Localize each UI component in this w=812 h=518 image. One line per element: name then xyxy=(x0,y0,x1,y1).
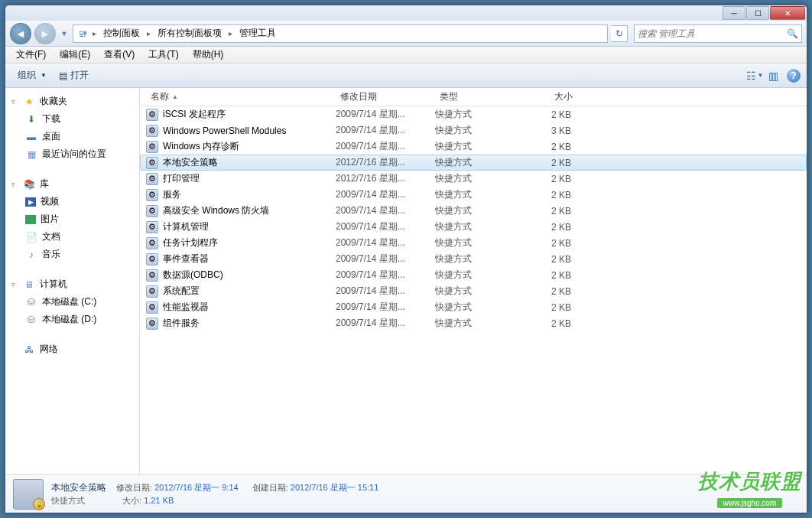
watermark-text: 技术员联盟 xyxy=(698,468,801,495)
file-row[interactable]: ⚙本地安全策略2012/7/16 星期...快捷方式2 KB xyxy=(140,155,807,171)
nav-history-dropdown[interactable]: ▼ xyxy=(59,23,70,44)
computer-icon: 🖥 xyxy=(23,279,35,291)
file-date: 2009/7/14 星期... xyxy=(336,220,435,233)
file-row[interactable]: ⚙任务计划程序2009/7/14 星期...快捷方式2 KB xyxy=(140,235,807,251)
file-size: 2 KB xyxy=(518,174,577,184)
file-date: 2009/7/14 星期... xyxy=(336,236,435,249)
content-body: ▿★收藏夹 ⬇下载 ▬桌面 ▦最近访问的位置 ▿📚库 ▶视频 图片 📄文档 ♪音… xyxy=(5,88,807,474)
forward-button[interactable]: ► xyxy=(34,23,56,44)
shortcut-icon: ⚙ xyxy=(146,125,158,137)
menu-edit[interactable]: 编辑(E) xyxy=(54,47,96,63)
menu-tools[interactable]: 工具(T) xyxy=(142,47,184,63)
address-bar[interactable]: 🖳 ▸ 控制面板 ▸ 所有控制面板项 ▸ 管理工具 xyxy=(73,24,608,43)
sidebar-network: 🖧网络 xyxy=(5,340,139,358)
file-type: 快捷方式 xyxy=(435,140,518,153)
file-row[interactable]: ⚙Windows PowerShell Modules2009/7/14 星期.… xyxy=(140,122,807,138)
lock-icon: 🔒 xyxy=(33,498,45,510)
sidebar-computer-header[interactable]: ▿🖥计算机 xyxy=(5,275,139,293)
search-box[interactable]: 🔍 xyxy=(634,24,802,43)
file-date: 2009/7/14 星期... xyxy=(336,269,435,282)
file-size: 2 KB xyxy=(518,238,577,249)
file-list[interactable]: ⚙iSCSI 发起程序2009/7/14 星期...快捷方式2 KB⚙Windo… xyxy=(140,106,807,474)
sidebar-item-drive-d[interactable]: ⛁本地磁盘 (D:) xyxy=(5,311,139,328)
file-name: 事件查看器 xyxy=(163,252,209,266)
sidebar-favorites: ▿★收藏夹 ⬇下载 ▬桌面 ▦最近访问的位置 xyxy=(5,93,139,163)
column-date[interactable]: 修改日期 xyxy=(336,88,435,106)
file-row[interactable]: ⚙iSCSI 发起程序2009/7/14 星期...快捷方式2 KB xyxy=(140,106,807,122)
breadcrumb-item[interactable]: 所有控制面板项 xyxy=(154,25,225,41)
preview-pane-button[interactable]: ▥ xyxy=(764,67,782,85)
minimize-button[interactable]: ─ xyxy=(723,6,745,20)
sidebar-item-documents[interactable]: 📄文档 xyxy=(5,228,139,246)
maximize-button[interactable]: ☐ xyxy=(746,6,769,20)
file-date: 2009/7/14 星期... xyxy=(336,204,435,217)
view-options-button[interactable]: ☷▼ xyxy=(745,67,764,85)
back-button[interactable]: ◄ xyxy=(10,23,31,44)
sidebar-item-videos[interactable]: ▶视频 xyxy=(5,193,139,210)
search-icon[interactable]: 🔍 xyxy=(787,28,798,39)
network-icon: 🖧 xyxy=(23,344,35,356)
shortcut-icon: ⚙ xyxy=(146,285,158,298)
file-type: 快捷方式 xyxy=(435,108,518,121)
details-pane: 🔒 本地安全策略 修改日期: 2012/7/16 星期一 9:14 创建日期: … xyxy=(5,474,807,513)
sidebar-item-downloads[interactable]: ⬇下载 xyxy=(5,110,139,128)
sidebar-item-drive-c[interactable]: ⛁本地磁盘 (C:) xyxy=(5,293,139,311)
menu-view[interactable]: 查看(V) xyxy=(98,47,141,63)
file-row[interactable]: ⚙Windows 内存诊断2009/7/14 星期...快捷方式2 KB xyxy=(140,138,807,155)
file-row[interactable]: ⚙高级安全 Windows 防火墙2009/7/14 星期...快捷方式2 KB xyxy=(140,203,807,219)
column-size[interactable]: 大小 xyxy=(518,88,577,106)
file-type: 快捷方式 xyxy=(435,317,518,330)
shortcut-icon: ⚙ xyxy=(146,269,158,282)
chevron-right-icon: ▸ xyxy=(145,29,152,37)
refresh-button[interactable]: ↻ xyxy=(611,25,628,42)
recent-icon: ▦ xyxy=(25,148,37,161)
file-size: 2 KB xyxy=(518,158,577,168)
close-button[interactable]: ✕ xyxy=(770,6,805,20)
file-row[interactable]: ⚙事件查看器2009/7/14 星期...快捷方式2 KB xyxy=(140,251,807,267)
file-size: 2 KB xyxy=(518,286,577,297)
navigation-pane[interactable]: ▿★收藏夹 ⬇下载 ▬桌面 ▦最近访问的位置 ▿📚库 ▶视频 图片 📄文档 ♪音… xyxy=(5,88,140,474)
help-button[interactable]: ? xyxy=(787,69,801,83)
menu-file[interactable]: 文件(F) xyxy=(10,47,52,63)
file-row[interactable]: ⚙组件服务2009/7/14 星期...快捷方式2 KB xyxy=(140,315,807,331)
file-row[interactable]: ⚙计算机管理2009/7/14 星期...快捷方式2 KB xyxy=(140,219,807,235)
search-input[interactable] xyxy=(638,28,787,39)
watermark: 技术员联盟 www.jsgho.com xyxy=(698,468,801,509)
sidebar-item-desktop[interactable]: ▬桌面 xyxy=(5,128,139,145)
file-row[interactable]: ⚙服务2009/7/14 星期...快捷方式2 KB xyxy=(140,187,807,203)
file-date: 2009/7/14 星期... xyxy=(336,252,435,266)
file-row[interactable]: ⚙数据源(ODBC)2009/7/14 星期...快捷方式2 KB xyxy=(140,267,807,283)
file-row[interactable]: ⚙打印管理2012/7/16 星期...快捷方式2 KB xyxy=(140,171,807,187)
chevron-down-icon: ▼ xyxy=(41,72,47,79)
menubar: 文件(F) 编辑(E) 查看(V) 工具(T) 帮助(H) xyxy=(5,47,807,64)
sidebar-item-music[interactable]: ♪音乐 xyxy=(5,246,139,263)
column-type[interactable]: 类型 xyxy=(435,88,518,106)
file-type: 快捷方式 xyxy=(435,204,518,217)
open-button[interactable]: ▤打开 xyxy=(53,66,95,85)
file-row[interactable]: ⚙系统配置2009/7/14 星期...快捷方式2 KB xyxy=(140,283,807,299)
file-name: 组件服务 xyxy=(163,317,200,330)
details-modified: 2012/7/16 星期一 9:14 xyxy=(154,483,238,492)
file-name: 计算机管理 xyxy=(163,220,209,233)
file-row[interactable]: ⚙性能监视器2009/7/14 星期...快捷方式2 KB xyxy=(140,299,807,315)
file-name: 系统配置 xyxy=(163,285,200,298)
sidebar-item-recent[interactable]: ▦最近访问的位置 xyxy=(5,145,139,163)
column-name[interactable]: 名称▲ xyxy=(146,88,336,106)
details-file-icon: 🔒 xyxy=(13,479,44,510)
file-date: 2012/7/16 星期... xyxy=(336,172,435,185)
sidebar-item-pictures[interactable]: 图片 xyxy=(5,210,139,228)
file-type: 快捷方式 xyxy=(435,172,518,185)
menu-help[interactable]: 帮助(H) xyxy=(187,47,230,63)
shortcut-icon: ⚙ xyxy=(146,253,158,266)
breadcrumb-item[interactable]: 控制面板 xyxy=(100,25,143,41)
sidebar-favorites-header[interactable]: ▿★收藏夹 xyxy=(5,93,139,110)
library-icon: 📚 xyxy=(23,178,35,191)
breadcrumb-item[interactable]: 管理工具 xyxy=(236,25,279,41)
file-size: 2 KB xyxy=(518,190,577,200)
file-size: 2 KB xyxy=(518,302,577,313)
organize-button[interactable]: 组织▼ xyxy=(11,66,53,85)
star-icon: ★ xyxy=(23,96,35,108)
open-icon: ▤ xyxy=(59,70,67,81)
sidebar-libraries-header[interactable]: ▿📚库 xyxy=(5,175,139,193)
sidebar-network-header[interactable]: 🖧网络 xyxy=(5,340,139,358)
